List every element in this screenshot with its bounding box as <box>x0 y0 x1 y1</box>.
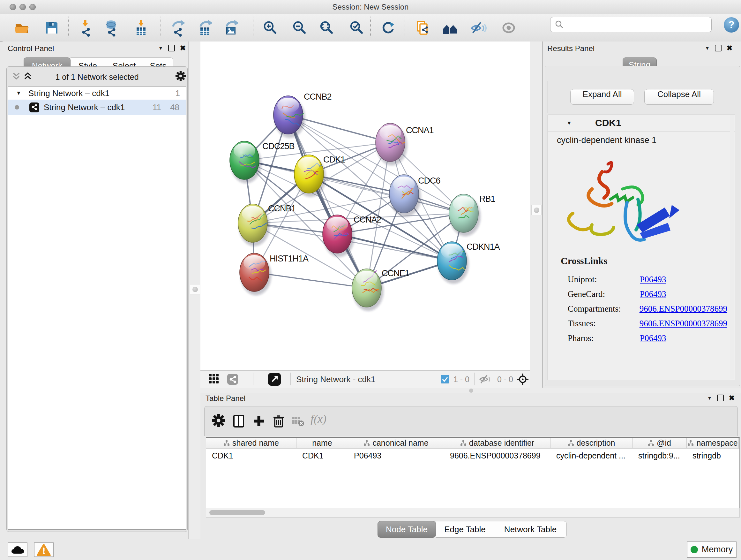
column-header-name[interactable]: name <box>296 438 348 448</box>
memory-button[interactable]: Memory <box>687 542 737 558</box>
node-CCNA2[interactable] <box>323 215 354 257</box>
crosslinks-title: CrossLinks <box>561 255 607 266</box>
network-options-gear-icon[interactable] <box>175 71 186 83</box>
node-CDC6[interactable] <box>389 175 421 217</box>
float-results-icon[interactable] <box>715 45 722 51</box>
open-view-icon[interactable] <box>268 373 281 387</box>
recent-documents-icon[interactable] <box>414 19 431 37</box>
hide-glasses-icon[interactable] <box>469 19 487 37</box>
save-session-icon[interactable] <box>43 19 61 37</box>
node-CDKN1A[interactable] <box>437 242 469 284</box>
close-table-icon[interactable]: ✖ <box>729 395 735 401</box>
node-CCNE1[interactable] <box>352 269 384 311</box>
node-HIST1H1A[interactable] <box>240 253 271 295</box>
help-button[interactable]: ? <box>724 17 739 33</box>
crosslink-label: Uniprot: <box>568 274 640 285</box>
network-canvas[interactable]: CCNB2CCNA1CDC25BCDK1CDC6RB1CCNB1CCNA2CDK… <box>200 42 530 370</box>
table-row[interactable]: CDK1CDK1P064939606.ENSP00000378699cyclin… <box>206 449 739 462</box>
crosslink-link[interactable]: P06493 <box>640 333 666 343</box>
left-splitter[interactable] <box>188 42 201 539</box>
cloud-status-button[interactable] <box>8 543 27 557</box>
table-cell: CDK1 <box>206 451 296 460</box>
results-panel: Results Panel ▼ ✖ String Expand All Coll… <box>542 42 741 388</box>
show-columns-icon[interactable] <box>231 414 247 429</box>
protein-structure-image <box>554 151 729 257</box>
horizontal-splitter[interactable] <box>200 388 741 393</box>
window-status-bar: Memory <box>0 539 741 560</box>
network-collection-row[interactable]: ▼ String Network – cdk1 1 <box>8 87 186 100</box>
search-input[interactable] <box>550 17 712 32</box>
node-label-HIST1H1A: HIST1H1A <box>270 254 309 263</box>
collapse-results-icon[interactable]: ▼ <box>705 45 710 51</box>
column-header-@id[interactable]: @id <box>632 438 687 448</box>
column-header-shared-name[interactable]: shared name <box>206 438 296 448</box>
node-CCNB1[interactable] <box>238 204 270 246</box>
crosslink-link[interactable]: P06493 <box>640 274 666 285</box>
float-table-icon[interactable] <box>717 395 724 401</box>
export-network-icon[interactable] <box>169 19 187 37</box>
zoom-selected-icon[interactable] <box>347 19 365 37</box>
node-label-CCNB2: CCNB2 <box>304 92 332 102</box>
network-selection-summary: 1 of 1 Network selected <box>7 72 187 82</box>
open-session-icon[interactable] <box>13 19 31 37</box>
home-networks-icon[interactable] <box>441 19 459 37</box>
table-cell: P06493 <box>348 451 444 460</box>
float-panel-icon[interactable] <box>168 45 175 51</box>
warnings-button[interactable] <box>34 543 54 557</box>
export-image-icon[interactable] <box>223 19 241 37</box>
control-panel-title: Control Panel <box>8 44 54 53</box>
close-results-icon[interactable]: ✖ <box>727 45 732 51</box>
tab-node-table[interactable]: Node Table <box>378 521 436 538</box>
fit-selected-crosshair-icon[interactable] <box>516 373 529 387</box>
collapse-all-button[interactable]: Collapse All <box>644 89 714 105</box>
crosslink-link[interactable]: P06493 <box>640 289 666 299</box>
import-table-icon[interactable] <box>132 19 150 37</box>
left-splitter-handle[interactable] <box>190 284 200 294</box>
column-header-canonical-name[interactable]: canonical name <box>348 438 444 448</box>
tab-edge-table[interactable]: Edge Table <box>436 521 494 538</box>
search-icon <box>554 20 564 29</box>
table-cell: 9606.ENSP00000378699 <box>444 451 550 460</box>
column-header-description[interactable]: description <box>550 438 632 448</box>
right-splitter[interactable] <box>530 42 542 388</box>
collapse-panel-icon[interactable]: ▼ <box>158 45 163 51</box>
import-database-icon[interactable] <box>102 19 120 37</box>
string-view-icon[interactable] <box>227 374 238 386</box>
zoom-out-icon[interactable] <box>290 19 308 37</box>
table-hscrollbar-thumb[interactable] <box>209 510 265 515</box>
node-CDK1[interactable] <box>294 155 326 197</box>
table-settings-gear-icon[interactable] <box>212 414 227 429</box>
tab-network-table[interactable]: Network Table <box>494 521 567 538</box>
node-CCNB2[interactable] <box>273 96 305 138</box>
column-header-database-identifier[interactable]: database identifier <box>444 438 550 448</box>
add-column-icon[interactable] <box>251 414 266 429</box>
zoom-fit-icon[interactable] <box>318 19 335 37</box>
crosslink-link[interactable]: 9606.ENSP00000378699 <box>639 304 727 314</box>
table-cell: stringdb:9... <box>632 451 687 460</box>
delete-column-icon[interactable] <box>271 414 286 429</box>
section-expander-icon[interactable]: ▼ <box>566 120 572 126</box>
collapse-table-icon[interactable]: ▼ <box>707 395 712 401</box>
selected-checkbox-icon[interactable] <box>441 375 449 385</box>
right-splitter-handle[interactable] <box>531 205 542 215</box>
crosslink-link[interactable]: 9606.ENSP00000378699 <box>639 319 727 328</box>
tree-expander-icon[interactable]: ▼ <box>16 90 21 97</box>
expand-all-button[interactable]: Expand All <box>570 89 634 105</box>
gene-section-header[interactable]: ▼ CDK1 <box>548 115 735 132</box>
close-panel-icon[interactable]: ✖ <box>180 45 186 51</box>
crosslink-row: GeneCard: P06493 <box>568 287 727 301</box>
zoom-in-icon[interactable] <box>261 19 279 37</box>
results-scrollbar[interactable] <box>730 115 734 379</box>
export-table-icon[interactable] <box>197 19 214 37</box>
network-row-selected[interactable]: String Network – cdk1 11 48 <box>8 100 186 115</box>
grid-view-icon[interactable] <box>209 374 220 386</box>
show-eye-icon[interactable] <box>500 19 518 37</box>
node-RB1[interactable] <box>449 194 481 236</box>
edge-CCNA2-CDKN1A[interactable] <box>337 234 452 261</box>
import-network-icon[interactable] <box>77 19 94 37</box>
column-header-namespace[interactable]: namespace <box>687 438 739 448</box>
horizontal-splitter-handle[interactable] <box>469 388 473 393</box>
refresh-icon[interactable] <box>379 19 397 37</box>
cytoscape-window: Session: New Session ? Control Panel ▼ ✖… <box>0 0 741 560</box>
memory-ok-icon <box>690 546 698 553</box>
